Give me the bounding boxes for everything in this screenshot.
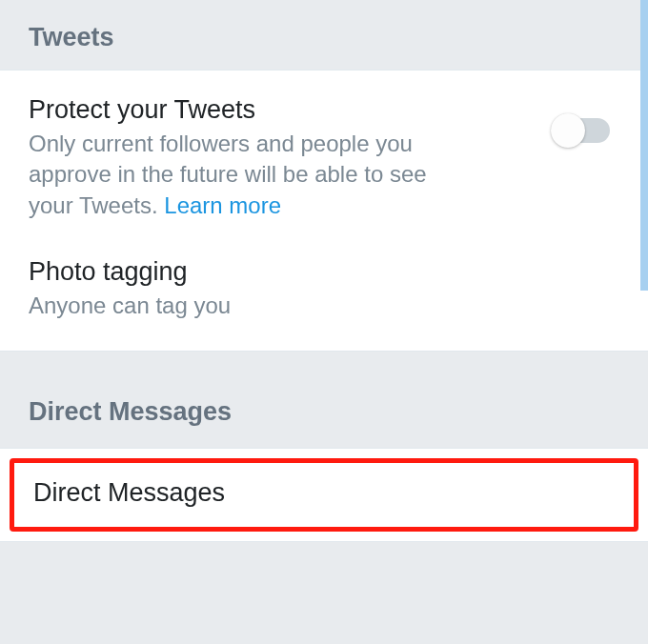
direct-messages-row-wrapper: Direct Messages bbox=[0, 448, 648, 542]
protect-tweets-description: Only current followers and people you ap… bbox=[29, 129, 476, 221]
tweets-settings-block: Protect your Tweets Only current followe… bbox=[0, 70, 648, 352]
direct-messages-row[interactable]: Direct Messages bbox=[10, 458, 638, 532]
scroll-indicator[interactable] bbox=[640, 0, 648, 291]
direct-messages-section-header: Direct Messages bbox=[0, 352, 648, 448]
toggle-knob-icon bbox=[551, 113, 585, 148]
learn-more-link[interactable]: Learn more bbox=[164, 192, 281, 218]
photo-tagging-row[interactable]: Photo tagging Anyone can tag you bbox=[29, 257, 619, 321]
bottom-gap bbox=[0, 542, 648, 561]
direct-messages-row-title: Direct Messages bbox=[33, 478, 615, 508]
protect-tweets-toggle[interactable] bbox=[553, 118, 610, 143]
tweets-header-title: Tweets bbox=[29, 23, 619, 52]
protect-tweets-row[interactable]: Protect your Tweets Only current followe… bbox=[29, 95, 619, 221]
photo-tagging-title: Photo tagging bbox=[29, 257, 619, 287]
direct-messages-header-title: Direct Messages bbox=[29, 397, 619, 427]
photo-tagging-description: Anyone can tag you bbox=[29, 291, 476, 321]
tweets-section-header: Tweets bbox=[0, 0, 648, 70]
protect-tweets-title: Protect your Tweets bbox=[29, 95, 619, 125]
